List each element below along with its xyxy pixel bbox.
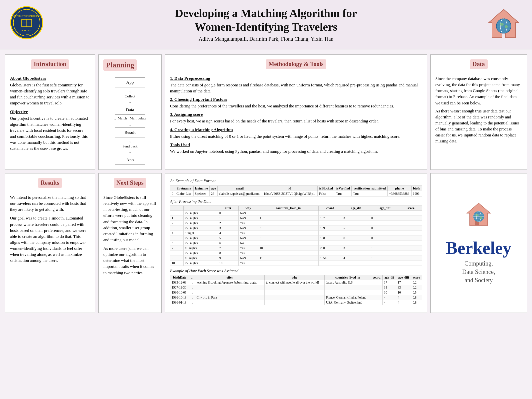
flow-diagram: App ↓ Collect ↓ Data ↓ Match Manipulate …	[103, 77, 157, 165]
flow-manipulate-label: Manipulate	[130, 116, 146, 120]
step1-text: The data consists of google form respons…	[170, 82, 422, 94]
tools-label: Tools Used	[170, 142, 422, 147]
tools-text: We worked on Jupyter notebook using Pyth…	[170, 148, 422, 154]
berkeley-panel: Berkeley Computing,Data Science,Computin…	[430, 173, 527, 313]
intro-title-wrapper: Introduction	[10, 59, 90, 72]
flow-sendback-label: Send back	[122, 144, 138, 148]
table-row: 32-3 nights3NaN3199950	[170, 226, 422, 231]
table-row: 22-3 nights2Yes	[170, 221, 422, 226]
objective-label: Objective	[10, 109, 90, 114]
planning-title-wrapper: Planning	[103, 59, 157, 74]
flow-app-bottom: App	[115, 155, 145, 165]
score-example-label: Example of How Each Score was Assigned	[170, 269, 422, 274]
data-text-2: As there wasn't enough true user data te…	[435, 108, 522, 144]
table-row: 1967-11-30...33330.2	[170, 285, 422, 290]
results-title: Results	[38, 178, 62, 188]
flow-arrow-2: ↓	[129, 99, 131, 104]
flow-arrow-6: ↓	[129, 149, 131, 154]
main-title: Developing a Matching Algorithm for Wome…	[47, 7, 485, 34]
step3-text: For every host, we assign scores based o…	[170, 118, 422, 124]
table-row: 102-3 nights10Yes	[170, 261, 422, 266]
berkeley-name: Berkeley	[446, 238, 511, 258]
nextsteps-text-1: Since GlobeSisters is still relatively n…	[103, 194, 157, 243]
main-content: Introduction About GlobeSisters GlobeSis…	[0, 49, 532, 318]
about-text: GlobeSisters is the first safe community…	[10, 82, 90, 106]
uc-berkeley-seal: UNIVERSITY OF CALIFORNIA BERKELEY 1868	[10, 6, 47, 43]
flow-arrow-1: ↓	[129, 88, 131, 93]
step3-label: 3. Assigning score	[170, 112, 422, 117]
table-row: 1983-12-03...teaching &cooking Japanese,…	[170, 280, 422, 285]
table-row: 82-3 nights8Yes	[170, 251, 422, 256]
introduction-panel: Introduction About GlobeSisters GlobeSis…	[5, 54, 95, 170]
planning-panel: Planning App ↓ Collect ↓ Data ↓ Match Ma…	[98, 54, 162, 170]
table-row: 1996-10-18...City trip in Paris France, …	[170, 295, 422, 300]
top-data-table: firstname lastname age email id isBlocke…	[170, 185, 422, 196]
berkeley-sub: Computing,Data Science,Computing, Data S…	[462, 260, 495, 285]
flow-match-label: Match	[118, 116, 127, 120]
results-text-1: We intend to personalize the matching so…	[10, 194, 90, 213]
nextsteps-title: Next Steps	[114, 178, 146, 188]
flow-app-top: App	[115, 77, 145, 87]
flow-collect-label: Collect	[125, 94, 135, 98]
about-label: About GlobeSisters	[10, 76, 90, 81]
step4-label: 4. Creating a Matching Algorithm	[170, 127, 422, 132]
flow-arrow-4: ↓	[129, 121, 131, 127]
flow-data: Data	[115, 105, 145, 115]
table-row: 0 Claire-Lise Speisser 26 clairelisc.spe…	[170, 191, 422, 196]
score-data-table: birthDate ... offer why countries_lived_…	[170, 275, 422, 305]
intro-title: Introduction	[31, 59, 69, 69]
svg-text:1868: 1868	[25, 33, 29, 35]
planning-title: Planning	[103, 59, 137, 71]
methodology-title: Methodology & Tools	[266, 59, 326, 69]
step1-label: 1. Data Preprocessing	[170, 76, 422, 81]
svg-point-23	[475, 214, 479, 216]
nextsteps-title-wrapper: Next Steps	[103, 178, 157, 191]
header: UNIVERSITY OF CALIFORNIA BERKELEY 1868 D…	[0, 0, 532, 49]
methodology-title-wrapper: Methodology & Tools	[170, 59, 422, 72]
results-text-2: Our goal was to create a smooth, automat…	[10, 215, 90, 264]
after-processing-label: After Processing the Data	[170, 199, 422, 204]
table-row: 1996-01-18...USA, Germany, Switzerland44…	[170, 300, 422, 305]
header-title-block: Developing a Matching Algorithm for Wome…	[47, 7, 485, 42]
berkeley-content: Berkeley Computing,Data Science,Computin…	[435, 178, 522, 308]
data-text-1: Since the company database was constantl…	[435, 76, 522, 106]
svg-point-24	[480, 217, 482, 219]
authors-line: Aditya Mangalampalli, Darlnim Park, Fion…	[47, 36, 485, 42]
table-row: 7>3 nights7Yes10200531	[170, 246, 422, 251]
flow-match-row: ↓ Match Manipulate	[114, 115, 146, 121]
nextsteps-text-2: As more users join, we can optimize our …	[103, 246, 157, 276]
berkeley-illustration	[464, 202, 494, 228]
table-row: 1990-10-05...10100.5	[170, 290, 422, 295]
data-panel: Data Since the company database was cons…	[430, 54, 527, 170]
data-title-wrapper: Data	[435, 59, 522, 72]
data-format-panel: An Example of Data Format firstname last…	[165, 173, 427, 313]
table-row: 41 night4Yes	[170, 231, 422, 236]
results-title-wrapper: Results	[10, 178, 90, 191]
svg-point-15	[505, 25, 508, 28]
step4-text: Either using the direct matching of 0 or…	[170, 133, 422, 139]
flow-result: Result	[115, 127, 145, 137]
example-format-label: An Example of Data Format	[170, 178, 422, 183]
flow-arrow-5: ↓	[129, 138, 131, 143]
table-row: 9>3 nights9NaN11195441	[170, 256, 422, 261]
step2-label: 2. Choosing Important Factors	[170, 97, 422, 102]
mid-data-table: offer why countries_lived_in coord age_d…	[170, 206, 422, 266]
svg-point-14	[500, 23, 504, 26]
objective-text: Our project incentive is to create an au…	[10, 115, 90, 152]
data-title: Data	[470, 59, 488, 69]
flow-arrow-3: ↓	[114, 115, 116, 121]
table-row: 62-3 nights6No	[170, 241, 422, 246]
svg-text:BERKELEY: BERKELEY	[21, 29, 33, 32]
table-row: 52-3 nights5NaN8198060	[170, 236, 422, 241]
svg-text:UNIVERSITY OF CALIFORNIA: UNIVERSITY OF CALIFORNIA	[13, 15, 41, 17]
results-panel: Results We intend to personalize the mat…	[5, 173, 95, 313]
step2-text: Considering the preferences of the trave…	[170, 103, 422, 109]
methodology-panel: Methodology & Tools 1. Data Preprocessin…	[165, 54, 427, 170]
next-steps-panel: Next Steps Since GlobeSisters is still r…	[98, 173, 162, 313]
globe-sisters-logo	[485, 6, 522, 43]
table-row: 12-3 nights1NaN1197930	[170, 216, 422, 221]
table-row: 02-3 nights0NaN	[170, 211, 422, 216]
